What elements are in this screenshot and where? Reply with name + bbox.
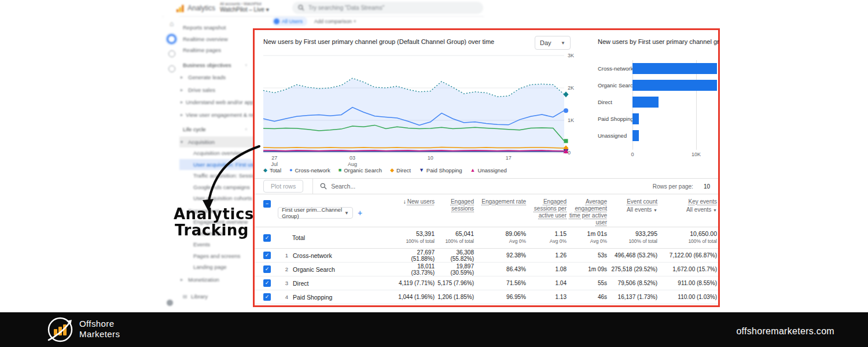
chevron-right-icon: ▸ — [181, 99, 183, 105]
sidebar-item[interactable]: Events — [179, 239, 255, 250]
table-header-row: − First user prim...Channel Group) ▼ + ↓… — [255, 194, 718, 227]
advertising-icon[interactable] — [164, 61, 179, 76]
collapse-sidebar-icon[interactable] — [167, 300, 173, 306]
reports-icon-selected[interactable] — [164, 31, 179, 46]
row-checkbox[interactable]: ✓ — [263, 252, 271, 259]
total-metric-cell: 933,295100% of total — [608, 227, 659, 248]
bar[interactable] — [632, 113, 639, 124]
metric-cell: 110.00 (1.03%) — [659, 294, 718, 300]
channel-name: Cross-network — [293, 252, 332, 259]
global-search-input[interactable]: Try searching "Data Streams" — [292, 2, 483, 14]
bar[interactable] — [632, 80, 717, 91]
metric-cell: 4,119 (7.71%) — [395, 280, 436, 286]
metric-cell: 46s — [568, 294, 608, 300]
row-checkbox[interactable]: ✓ — [263, 265, 271, 273]
table-search-placeholder: Search... — [331, 183, 355, 190]
sidebar-item[interactable]: Pages and screens — [179, 250, 255, 262]
row-checkbox[interactable]: ✓ — [263, 279, 271, 287]
metric-cell: 1,044 (1.96%) — [395, 294, 436, 300]
sidebar-item[interactable]: Business objectives‹ — [179, 60, 255, 71]
metric-cell: 18,011 (33.73%) — [395, 263, 436, 276]
sidebar-item[interactable]: Realtime overview — [179, 34, 255, 45]
sidebar-item[interactable]: ▸Drive sales — [179, 84, 255, 96]
legend-item[interactable]: ▲Unassigned — [470, 167, 507, 174]
sidebar-item[interactable]: Realtime pages — [179, 45, 255, 56]
metric-cell: 1.04 — [527, 280, 568, 286]
add-comparison-button[interactable]: Add comparison + — [314, 19, 356, 24]
add-dimension-icon[interactable]: + — [358, 208, 362, 217]
dimension-dropdown[interactable]: First user prim...Channel Group) ▼ — [278, 207, 353, 219]
x-tick-label: 17 — [506, 155, 512, 161]
column-header[interactable]: Average engagement time per active user — [568, 194, 608, 227]
metric-cell: 27,697 (51.88%) — [395, 249, 436, 262]
legend-item[interactable]: ▼Paid Shopping — [419, 167, 462, 174]
metric-cell: 1.08 — [527, 266, 568, 272]
footer-website-link[interactable]: offshoremarketers.com — [718, 326, 834, 337]
total-metric-cell: 10,650.00100% of total — [659, 227, 718, 248]
square-marker-icon: ■ — [339, 168, 341, 173]
all-users-label: All Users — [282, 19, 303, 24]
sidebar-item[interactable]: ▸Understand web and/or app traffic — [179, 97, 255, 108]
total-row-checkbox[interactable]: ✓ — [263, 234, 271, 242]
explore-icon[interactable] — [164, 46, 179, 61]
column-header[interactable]: Key eventsAll events ▼ — [659, 194, 718, 227]
total-metric-cell: 89.06%Avg 0% — [475, 227, 527, 248]
app-title: Analytics — [187, 4, 215, 12]
bar-row: Organic Search — [598, 77, 718, 94]
rows-per-page-label: Rows per page: — [653, 183, 693, 190]
chevron-down-icon: ▼ — [344, 211, 349, 216]
bar-row: Cross-network — [598, 60, 718, 77]
total-label: Total — [278, 227, 395, 248]
bar[interactable] — [632, 97, 659, 108]
column-header[interactable]: Engagement rate — [475, 194, 527, 227]
metric-cell: 7,122.00 (66.87%) — [659, 252, 718, 259]
bar[interactable] — [632, 63, 717, 74]
metric-cell: 79,506 (8.52%) — [608, 280, 659, 286]
metric-cell: 496,468 (53.2%) — [608, 252, 659, 259]
legend-item[interactable]: ■Organic Search — [339, 167, 382, 174]
column-header[interactable]: Event countAll events ▼ — [608, 194, 659, 227]
dimension-value: First user prim...Channel Group) — [282, 206, 344, 219]
channels-bar-chart: 010KCross-networkOrganic SearchDirectPai… — [598, 60, 718, 161]
metric-cell: 1.26 — [527, 252, 568, 259]
column-filter-dropdown[interactable]: All events ▼ — [608, 206, 657, 214]
plot-rows-button[interactable]: Plot rows — [263, 180, 303, 193]
total-metric-cell: 65,041100% of total — [436, 227, 475, 248]
column-filter-dropdown[interactable]: All events ▼ — [659, 206, 717, 214]
diamond-marker-icon: ◆ — [390, 168, 394, 173]
legend-item[interactable]: ●Cross-network — [289, 167, 330, 174]
sidebar-item[interactable]: ▤Library — [179, 291, 255, 302]
bar[interactable] — [632, 130, 639, 141]
table-row: ✓1Cross-network27,697 (51.88%)36,308 (55… — [255, 249, 718, 263]
bar-category-label: Direct — [598, 99, 612, 105]
table-search-input[interactable]: Search... — [320, 183, 355, 190]
rows-per-page-select[interactable]: 10 — [704, 183, 710, 190]
column-header[interactable]: Engaged sessions per active user — [527, 194, 568, 227]
row-checkbox[interactable]: ✓ — [263, 293, 271, 301]
timeseries-chart-title: New users by First user primary channel … — [263, 38, 541, 45]
triangle-up-marker-icon: ▲ — [470, 168, 476, 173]
home-icon[interactable]: ⌂ — [164, 16, 179, 31]
metric-cell: 96.95% — [475, 294, 527, 300]
account-breadcrumb: All accounts › WatchPilot — [220, 2, 289, 6]
sidebar-item[interactable]: Landing page — [179, 261, 255, 273]
sidebar-item[interactable]: Reports snapshot — [179, 22, 255, 34]
column-header[interactable]: Engaged sessions — [436, 194, 475, 227]
sidebar-item[interactable]: Life cycle‹ — [179, 124, 255, 135]
metric-cell: 1,206 (1.85%) — [436, 294, 475, 300]
metric-cell: 71.56% — [475, 280, 527, 286]
chevron-right-icon: ▸ — [181, 87, 185, 93]
sort-desc-icon: ↓ — [403, 198, 406, 205]
bar-x-tick-label: 0 — [631, 152, 634, 157]
metric-cell: 86.43% — [475, 266, 527, 272]
column-header[interactable]: ↓New users — [395, 194, 436, 227]
legend-item[interactable]: ◆Direct — [390, 167, 411, 174]
granularity-dropdown[interactable]: Day ▼ — [535, 36, 571, 50]
metric-cell: 16,137 (1.73%) — [608, 294, 659, 300]
sidebar-item[interactable]: ▸View user engagement & retention — [179, 109, 255, 121]
all-users-segment-pill[interactable]: All Users — [272, 17, 307, 26]
sidebar-item[interactable]: ▸Monetization — [179, 274, 255, 286]
property-selector[interactable]: All accounts › WatchPilot WatchPilot – L… — [220, 2, 289, 13]
sidebar-item[interactable]: ▸Generate leads — [179, 72, 255, 83]
library-icon: ▤ — [183, 294, 187, 299]
